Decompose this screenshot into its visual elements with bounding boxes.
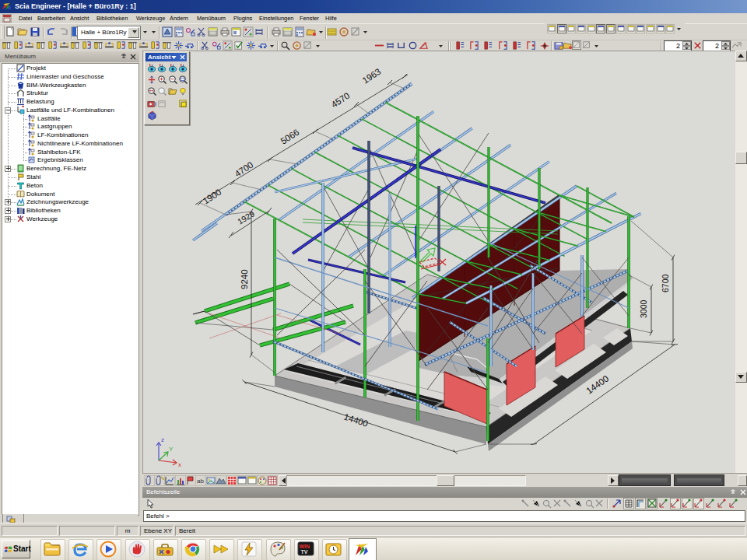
svg-text:3000: 3000: [639, 299, 648, 318]
svg-text:WIN: WIN: [299, 544, 310, 549]
svg-text:5066: 5066: [279, 128, 301, 146]
svg-text:4700: 4700: [233, 160, 255, 179]
svg-text:6700: 6700: [661, 274, 670, 292]
svg-text:14400: 14400: [342, 412, 369, 429]
svg-text:1929: 1929: [236, 208, 256, 226]
svg-text:1900: 1900: [202, 187, 223, 206]
svg-text:TV: TV: [300, 549, 307, 555]
svg-text:1963: 1963: [361, 67, 383, 86]
svg-text:9240: 9240: [240, 269, 249, 289]
svg-text:Y: Y: [169, 446, 174, 453]
svg-text:x: x: [178, 461, 181, 468]
svg-text:4570: 4570: [330, 91, 352, 110]
svg-text:ab: ab: [197, 478, 204, 485]
svg-text:z: z: [161, 436, 164, 443]
